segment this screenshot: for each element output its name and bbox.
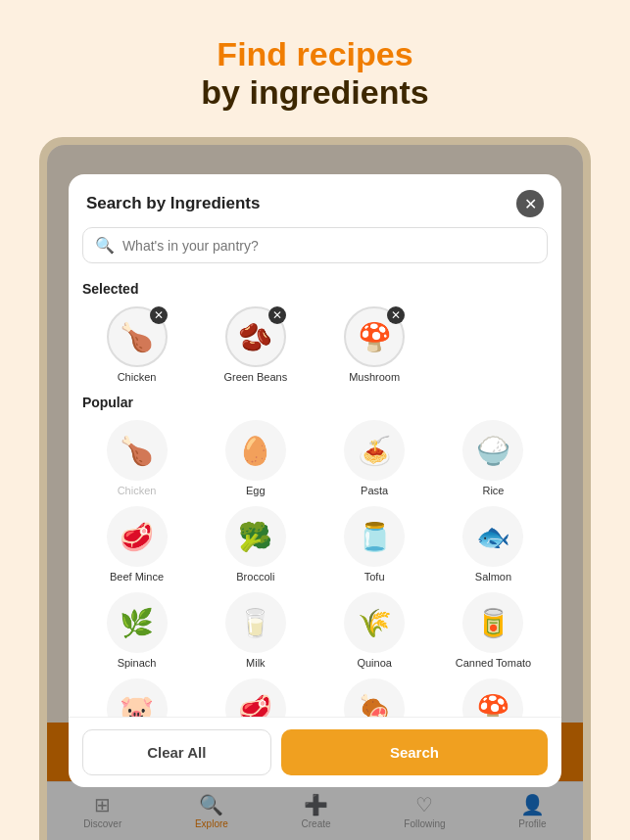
ingredient-name: Tofu bbox=[364, 571, 385, 583]
popular-ingredient[interactable]: 🍄 Mushroom bbox=[439, 678, 548, 717]
selected-ingredient[interactable]: 🍄 ✕ Mushroom bbox=[319, 306, 428, 383]
search-icon: 🔍 bbox=[95, 236, 115, 255]
header-line1: Find recipes bbox=[0, 35, 630, 73]
ingredient-name: Beef Mince bbox=[110, 571, 164, 583]
ingredient-circle: 🐷 bbox=[107, 678, 168, 717]
ingredient-name: Green Beans bbox=[223, 371, 287, 383]
popular-ingredient[interactable]: 🍖 Lamb bbox=[319, 678, 428, 717]
ingredient-circle: 🫘 ✕ bbox=[225, 306, 286, 367]
modal-title: Search by Ingredients bbox=[86, 194, 261, 213]
pantry-search-input[interactable] bbox=[122, 238, 535, 254]
close-button[interactable]: ✕ bbox=[516, 190, 544, 217]
ingredient-name: Rice bbox=[482, 485, 504, 496]
ingredient-name: Spinach bbox=[118, 657, 157, 669]
popular-ingredient[interactable]: 🥩 Beef Mince bbox=[82, 506, 191, 583]
ingredient-circle: 🍝 bbox=[344, 420, 405, 481]
ingredient-circle: 🍗 ✕ bbox=[107, 306, 168, 367]
ingredient-name: Pasta bbox=[361, 485, 388, 496]
popular-ingredient[interactable]: 🥦 Broccoli bbox=[201, 506, 310, 583]
popular-ingredient[interactable]: 🥚 Egg bbox=[201, 420, 310, 496]
ingredient-circle: 🥩 bbox=[225, 678, 286, 717]
ingredient-circle: 🥦 bbox=[225, 506, 286, 567]
ingredient-circle: 🥚 bbox=[225, 420, 286, 481]
ingredient-name: Canned Tomato bbox=[456, 657, 531, 669]
ingredient-circle: 🍗 bbox=[107, 420, 168, 481]
modal-header: Search by Ingredients ✕ bbox=[69, 174, 561, 227]
popular-ingredient[interactable]: 🌿 Spinach bbox=[82, 592, 191, 669]
ingredient-name: Milk bbox=[246, 657, 266, 669]
ingredient-name: Mushroom bbox=[349, 371, 400, 383]
app-background: ⊞ Discover 🔍 Explore ➕ Create ♡ Followin… bbox=[47, 145, 583, 840]
ingredient-circle: 🥩 bbox=[107, 506, 168, 567]
selected-ingredient[interactable]: 🍗 ✕ Chicken bbox=[82, 306, 191, 383]
ingredient-name: Salmon bbox=[475, 571, 511, 583]
modal-overlay: Search by Ingredients ✕ 🔍 Selected 🍗 ✕ C… bbox=[47, 145, 583, 840]
ingredient-circle: 🍖 bbox=[344, 678, 405, 717]
ingredient-circle: 🫙 bbox=[344, 506, 405, 567]
ingredient-name: Egg bbox=[246, 485, 266, 496]
ingredient-circle: 🌿 bbox=[107, 592, 168, 653]
popular-ingredient[interactable]: 🍚 Rice bbox=[439, 420, 548, 496]
ingredient-circle: 🥫 bbox=[462, 592, 523, 653]
popular-ingredient[interactable]: 🥫 Canned Tomato bbox=[439, 592, 548, 669]
popular-ingredient[interactable]: 🐟 Salmon bbox=[439, 506, 548, 583]
search-bar: 🔍 bbox=[82, 227, 548, 263]
popular-ingredient[interactable]: 🌾 Quinoa bbox=[319, 592, 428, 669]
ingredient-name: Broccoli bbox=[236, 571, 274, 583]
modal-footer: Clear All Search bbox=[69, 717, 561, 787]
popular-ingredients-grid: 🍗 Chicken 🥚 Egg 🍝 Pasta 🍚 Rice 🥩 Beef Mi… bbox=[82, 420, 548, 717]
ingredient-circle: 🍄 ✕ bbox=[344, 306, 405, 367]
ingredient-circle: 🍚 bbox=[462, 420, 523, 481]
ingredient-circle: 🍄 bbox=[462, 678, 523, 717]
remove-badge[interactable]: ✕ bbox=[268, 306, 286, 324]
ingredient-circle: 🥛 bbox=[225, 592, 286, 653]
popular-ingredient[interactable]: 🥩 Beef bbox=[201, 678, 310, 717]
header-line2: by ingredients bbox=[0, 73, 630, 112]
popular-ingredient[interactable]: 🐷 Pork bbox=[82, 678, 191, 717]
popular-ingredient[interactable]: 🫙 Tofu bbox=[319, 506, 428, 583]
popular-ingredient[interactable]: 🍝 Pasta bbox=[319, 420, 428, 496]
modal-body: Selected 🍗 ✕ Chicken 🫘 ✕ Green Beans 🍄 ✕… bbox=[69, 273, 561, 717]
ingredient-name: Quinoa bbox=[357, 657, 391, 669]
popular-section-label: Popular bbox=[82, 395, 548, 410]
selected-section-label: Selected bbox=[82, 281, 548, 297]
ingredient-name: Chicken bbox=[118, 485, 157, 496]
page-header: Find recipes by ingredients bbox=[0, 0, 630, 131]
ingredient-name: Chicken bbox=[118, 371, 157, 383]
clear-all-button[interactable]: Clear All bbox=[82, 729, 271, 775]
ingredient-circle: 🐟 bbox=[462, 506, 523, 567]
remove-badge[interactable]: ✕ bbox=[150, 306, 168, 324]
device-frame: ⊞ Discover 🔍 Explore ➕ Create ♡ Followin… bbox=[39, 137, 591, 840]
ingredient-search-modal: Search by Ingredients ✕ 🔍 Selected 🍗 ✕ C… bbox=[69, 174, 561, 787]
ingredient-circle: 🌾 bbox=[344, 592, 405, 653]
selected-ingredients-grid: 🍗 ✕ Chicken 🫘 ✕ Green Beans 🍄 ✕ Mushroom bbox=[82, 306, 548, 383]
search-button[interactable]: Search bbox=[281, 729, 548, 775]
remove-badge[interactable]: ✕ bbox=[387, 306, 405, 324]
popular-ingredient[interactable]: 🍗 Chicken bbox=[82, 420, 191, 496]
popular-ingredient[interactable]: 🥛 Milk bbox=[201, 592, 310, 669]
selected-ingredient[interactable]: 🫘 ✕ Green Beans bbox=[201, 306, 310, 383]
